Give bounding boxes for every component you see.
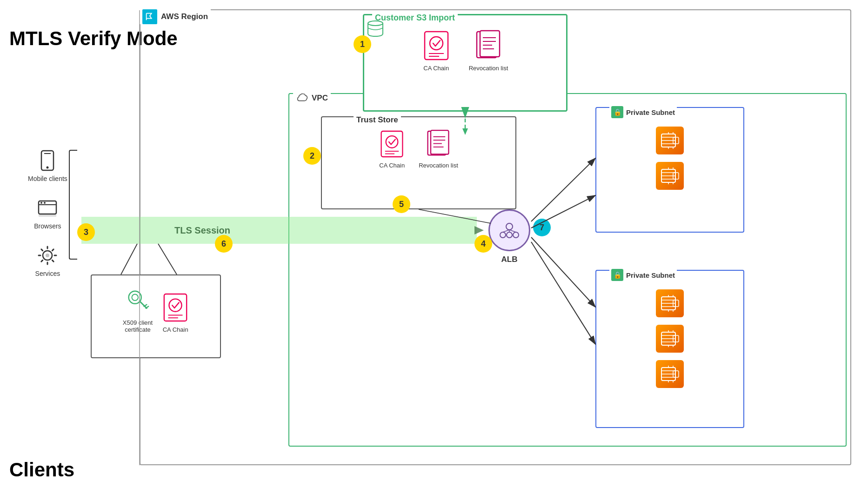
badge-3: 3 (77, 223, 95, 241)
alb-svg (496, 217, 522, 243)
svg-line-60 (503, 230, 509, 232)
s3-import-contents: CA Chain Revocation list (364, 15, 566, 76)
s3-bucket-icon (365, 18, 386, 38)
subnet2-ec2-list (596, 271, 743, 397)
mobile-label: Mobile clients (28, 175, 67, 182)
svg-line-62 (509, 230, 516, 232)
ec2-icon-1a (656, 127, 684, 154)
trust-store-box: CA Chain Revocation list (321, 116, 516, 209)
trust-revocation-label: Revocation list (419, 162, 458, 169)
subnet-label-1: 🔒 Private Subnet (609, 106, 677, 118)
s3-ca-chain-col: CA Chain (422, 29, 450, 72)
svg-rect-26 (431, 130, 449, 154)
cert-box: X509 client certificate CA Chain (91, 274, 221, 358)
ec2-svg-1a (660, 131, 680, 150)
s3-ca-chain-label: CA Chain (423, 65, 449, 72)
svg-line-65 (140, 301, 147, 308)
svg-line-67 (146, 307, 148, 308)
aws-region-text: AWS Region (161, 12, 208, 21)
private-subnet-2-box (595, 270, 744, 428)
ec2-icon-2c (656, 360, 684, 388)
ec2-svg-2b (660, 329, 680, 348)
cert-ca-chain-icon (162, 292, 189, 323)
cert-box-contents: X509 client certificate CA Chain (92, 275, 220, 338)
x509-label: X509 client certificate (123, 319, 153, 333)
badge-5: 5 (393, 195, 410, 213)
svg-point-6 (40, 202, 42, 204)
services-client-item: Services (35, 244, 60, 277)
mobile-client-item: Mobile clients (28, 149, 67, 182)
trust-store-label: Trust Store (354, 115, 401, 125)
services-label: Services (35, 270, 60, 277)
private-subnet-1-box (595, 107, 744, 233)
svg-point-59 (513, 232, 519, 238)
s3-revocation-col: Revocation list (469, 29, 508, 72)
svg-point-7 (44, 202, 46, 204)
ec2-svg-2c (660, 364, 680, 384)
cloud-icon (296, 92, 308, 104)
ec2-svg-2a (660, 294, 680, 313)
svg-point-9 (46, 254, 49, 257)
subnet1-ec2-list (596, 108, 743, 199)
s3-import-box: CA Chain Revocation list (363, 14, 568, 112)
trust-revocation-icon (426, 129, 451, 159)
trust-store-contents: CA Chain Revocation list (322, 117, 515, 174)
badge-7: 7 (533, 219, 551, 236)
s3-bucket-area (365, 18, 386, 40)
ec2-icon-2a (656, 289, 684, 317)
badge-1: 1 (354, 35, 371, 53)
alb-icon (488, 209, 530, 251)
vpc-text: VPC (312, 94, 328, 103)
badge-6: 6 (215, 235, 233, 253)
tls-session-label: TLS Session (174, 225, 230, 236)
svg-rect-15 (480, 31, 500, 57)
vpc-label: VPC (293, 92, 331, 104)
browser-label: Browsers (34, 222, 61, 230)
cert-ca-chain-col: CA Chain (162, 292, 189, 333)
s3-revocation-icon (474, 29, 502, 62)
alb-label: ALB (489, 255, 529, 264)
trust-ca-chain-label: CA Chain (379, 162, 405, 169)
svg-point-20 (368, 21, 383, 26)
flag-svg (145, 12, 155, 22)
diagram-container: MTLS Verify Mode Clients Mobile clients … (0, 0, 868, 495)
badge-4: 4 (474, 235, 492, 253)
ec2-svg-1b (660, 166, 680, 186)
svg-point-11 (430, 37, 443, 50)
ec2-icon-1b (656, 162, 684, 190)
ec2-icon-2b (656, 325, 684, 353)
x509-cert-col: X509 client certificate (123, 285, 153, 333)
bracket-line (69, 150, 77, 260)
services-icon (36, 244, 59, 267)
tls-band: TLS Session (81, 217, 477, 244)
trust-ca-chain-icon (379, 129, 405, 159)
lock-badge-2: 🔒 (611, 269, 623, 281)
lock-badge-1: 🔒 (611, 106, 623, 118)
svg-point-58 (507, 232, 512, 238)
svg-point-56 (506, 223, 513, 230)
s3-revocation-label: Revocation list (469, 65, 508, 72)
browser-icon (36, 196, 59, 220)
svg-point-22 (386, 136, 398, 148)
svg-line-84 (121, 244, 137, 274)
s3-ca-chain-icon (422, 29, 450, 62)
browser-client-item: Browsers (34, 196, 61, 230)
aws-region-label: AWS Region (140, 9, 211, 24)
x509-icon (124, 285, 151, 316)
clients-column: Mobile clients Browsers Services (28, 149, 67, 277)
badge-2: 2 (303, 147, 321, 165)
svg-rect-5 (39, 214, 56, 217)
trust-ca-chain-col: CA Chain (379, 129, 405, 169)
svg-point-69 (169, 299, 182, 312)
subnet-label-2: 🔒 Private Subnet (609, 269, 677, 281)
flag-icon (142, 9, 157, 24)
svg-point-1 (47, 167, 49, 169)
cert-ca-chain-label: CA Chain (163, 326, 188, 333)
svg-point-64 (132, 294, 138, 301)
svg-line-66 (144, 305, 147, 307)
mobile-icon (36, 149, 59, 172)
svg-point-57 (500, 232, 506, 238)
trust-revocation-col: Revocation list (419, 129, 458, 169)
clients-title: Clients (9, 459, 74, 481)
